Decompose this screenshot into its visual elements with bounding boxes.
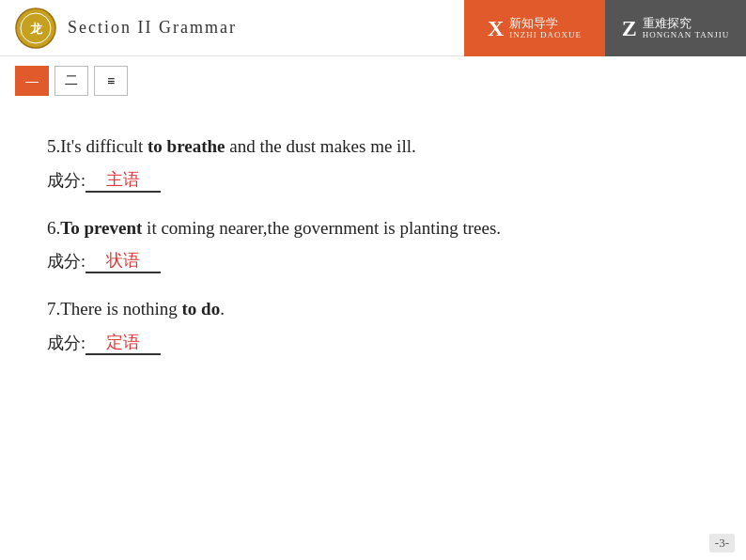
answer-text-7: 定语 (85, 331, 161, 355)
xinzhi-button[interactable]: X 新知导学 INZHI DAOXUE (464, 0, 605, 56)
sentence-5-post: and the dust makes me ill. (225, 136, 416, 156)
answer-line-7: 成分: 定语 (47, 331, 699, 355)
btn1-en-label: INZHI DAOXUE (509, 30, 582, 40)
answer-label-6: 成分: (47, 250, 85, 272)
z-icon: Z (622, 17, 637, 39)
header-title: Section II Grammar (68, 18, 237, 38)
answer-line-5: 成分: 主语 (47, 168, 699, 193)
svg-text:龙: 龙 (29, 22, 43, 36)
sentence-block-6: 6.To prevent it coming nearer,the govern… (47, 215, 699, 274)
sentence-5: 5.It's difficult to breathe and the dust… (47, 133, 699, 161)
header-left: 龙 Section II Grammar (0, 8, 464, 49)
main-content: 5.It's difficult to breathe and the dust… (0, 105, 746, 406)
sentence-6-pre: 6. (47, 218, 60, 238)
x-icon: X (488, 17, 504, 39)
toolbar-btn-1[interactable]: — (15, 66, 49, 96)
toolbar-btn-3[interactable]: ≡ (94, 66, 128, 96)
btn1-zh-label: 新知导学 (509, 16, 582, 31)
sentence-7: 7.There is nothing to do. (47, 296, 699, 323)
sentence-6-post: it coming nearer,the government is plant… (142, 218, 501, 238)
sentence-block-5: 5.It's difficult to breathe and the dust… (47, 133, 699, 193)
sentence-6: 6.To prevent it coming nearer,the govern… (47, 215, 699, 242)
answer-line-6: 成分: 状语 (47, 249, 699, 273)
toolbar-btn-2[interactable]: 二 (54, 66, 88, 96)
sentence-5-bold: to breathe (148, 136, 225, 156)
page-number: -3- (709, 534, 735, 552)
answer-text-6: 状语 (85, 249, 161, 273)
answer-label-7: 成分: (47, 332, 85, 354)
sentence-6-bold: To prevent (60, 218, 142, 238)
sentence-5-pre: 5.It's difficult (47, 136, 148, 156)
header: 龙 Section II Grammar X 新知导学 INZHI DAOXUE… (0, 0, 746, 56)
toolbar: — 二 ≡ (0, 56, 746, 105)
sentence-7-bold: to do (182, 299, 221, 319)
answer-label-5: 成分: (47, 169, 85, 192)
sentence-7-pre: 7.There is nothing (47, 299, 182, 319)
hongnan-button[interactable]: Z 重难探究 HONGNAN TANJIU (605, 0, 746, 56)
btn2-en-label: HONGNAN TANJIU (643, 30, 729, 40)
btn2-zh-label: 重难探究 (643, 16, 729, 31)
answer-text-5: 主语 (85, 168, 161, 193)
logo-icon: 龙 (15, 8, 56, 49)
header-right: X 新知导学 INZHI DAOXUE Z 重难探究 HONGNAN TANJI… (464, 0, 746, 55)
sentence-block-7: 7.There is nothing to do. 成分: 定语 (47, 296, 699, 355)
sentence-7-post: . (220, 299, 225, 319)
